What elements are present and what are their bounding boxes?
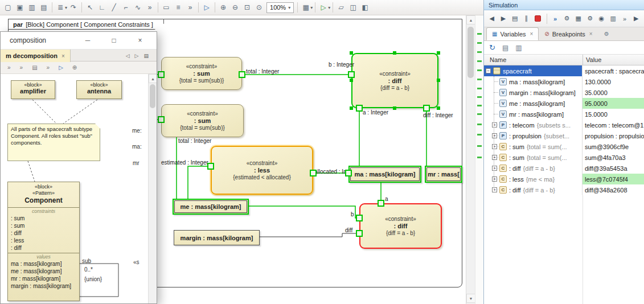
zoom-100-icon[interactable]: ⊙ bbox=[253, 2, 265, 13]
port[interactable] bbox=[158, 71, 165, 78]
constraint-entry[interactable]: : diff bbox=[8, 244, 79, 252]
selection-handle[interactable] bbox=[437, 106, 440, 110]
oblique-path-icon[interactable]: ╱ bbox=[108, 2, 120, 13]
paste-icon[interactable]: ▥ bbox=[26, 2, 38, 13]
overflow-chevron-icon[interactable]: » bbox=[20, 64, 23, 71]
port[interactable] bbox=[356, 215, 363, 221]
tab-variables[interactable]: ▦ Variables × bbox=[486, 27, 539, 40]
previous-tab-icon[interactable]: ◁ bbox=[126, 53, 130, 59]
marker[interactable] bbox=[477, 134, 482, 135]
collapse-toggle[interactable]: − bbox=[486, 68, 491, 73]
marker[interactable] bbox=[477, 79, 482, 80]
validate-icon[interactable]: ▷ bbox=[201, 2, 212, 13]
part-me[interactable]: me : mass[kilogram] bbox=[173, 199, 249, 215]
column-value[interactable]: Value bbox=[586, 56, 601, 63]
part-margin[interactable]: margin : mass[kilogram] bbox=[174, 230, 260, 245]
part-mr[interactable]: mr : mass[ bbox=[425, 166, 462, 183]
overflow-chevron-icon[interactable]: » bbox=[620, 13, 629, 24]
layout-icon[interactable]: ◫ bbox=[347, 2, 359, 13]
constraint-diff-1[interactable]: «constraint» : diff {diff = a - b} bbox=[351, 53, 438, 108]
rectilinear-path-icon[interactable]: ∟ bbox=[96, 2, 108, 13]
variables-table-header[interactable]: Name Value bbox=[484, 55, 644, 65]
selection-handle[interactable] bbox=[350, 51, 353, 55]
selection-handle[interactable] bbox=[437, 51, 440, 55]
marker[interactable] bbox=[477, 113, 482, 115]
decomposition-window[interactable]: composition ─ □ × m decomposition × ◁ ▷ … bbox=[0, 31, 157, 304]
scroll-up-button[interactable]: ▲ bbox=[466, 15, 475, 24]
export-icon[interactable]: ▤ bbox=[502, 44, 508, 52]
overflow-chevron-icon[interactable]: » bbox=[47, 64, 50, 71]
tab-list-icon[interactable]: ▤ bbox=[143, 53, 149, 59]
expand-toggle[interactable]: + bbox=[492, 133, 497, 138]
table-row[interactable]: −spacecraft spacecraft : spacecra... bbox=[484, 65, 644, 76]
block-amplifier[interactable]: «block» amplifier bbox=[11, 80, 55, 99]
marker[interactable] bbox=[477, 42, 482, 44]
part-ma[interactable]: ma : mass[kilogram] bbox=[348, 166, 421, 183]
table-row[interactable]: +C: sum{total = sum(... sum@3906cf9e bbox=[484, 141, 644, 152]
port[interactable] bbox=[356, 105, 363, 112]
table-row[interactable]: Vmargin : mass[kilogram] 35.0000 bbox=[484, 87, 644, 98]
config-gear-icon[interactable]: ⚙ bbox=[585, 13, 594, 24]
list-icon[interactable]: ▤ bbox=[32, 64, 37, 71]
value-entry[interactable]: ma : mass[kilogram] bbox=[8, 260, 79, 268]
value-entry[interactable]: mr : mass[kilogram] bbox=[8, 275, 79, 282]
related-elements-icon[interactable]: ↷ bbox=[68, 2, 79, 13]
tab-console[interactable]: ⚙ bbox=[598, 27, 615, 40]
scroll-down-button[interactable]: ▼ bbox=[466, 294, 475, 303]
ui-mockup-icon[interactable]: ▦ bbox=[573, 13, 583, 24]
table-view-icon[interactable]: ▦ bbox=[300, 2, 311, 13]
diagram-frame-header[interactable]: par [Block] Component [ Component Constr… bbox=[8, 19, 164, 30]
note[interactable]: All parts of the spacecraft subtype Comp… bbox=[7, 124, 100, 161]
port[interactable] bbox=[423, 105, 430, 112]
simulation-title-bar[interactable]: Simulation bbox=[484, 0, 644, 10]
close-icon[interactable]: × bbox=[530, 31, 534, 37]
next-tab-icon[interactable]: ▷ bbox=[135, 53, 139, 59]
column-separator[interactable] bbox=[583, 55, 583, 65]
table-row[interactable]: +C: sum{total = sum(... sum@4fa70a3 bbox=[484, 152, 644, 163]
table-row[interactable]: Vmr : mass[kilogram] 15.0000 bbox=[484, 109, 644, 120]
constraint-entry[interactable]: : sum bbox=[8, 215, 79, 222]
new-document-icon[interactable]: ▢ bbox=[2, 2, 14, 13]
table-row[interactable]: Vme : mass[kilogram] 95.0000 bbox=[484, 98, 644, 109]
port[interactable] bbox=[310, 170, 317, 176]
port[interactable] bbox=[378, 200, 384, 207]
constraint-sum-2[interactable]: «constraint» : sum {total = sum(sub)} bbox=[161, 104, 244, 137]
overflow-chevron-icon[interactable]: » bbox=[184, 2, 196, 13]
windows-icon[interactable]: ◧ bbox=[359, 2, 371, 13]
export-icon[interactable]: ▥ bbox=[608, 13, 618, 24]
expand-toggle[interactable]: + bbox=[492, 176, 497, 182]
animate-icon[interactable]: » bbox=[550, 13, 560, 24]
block-component[interactable]: «block» «Pattern» Component constraints … bbox=[7, 182, 80, 301]
trigger-icon[interactable]: ◉ bbox=[597, 13, 606, 24]
constraint-less[interactable]: «constraint» : less {estimated < allocat… bbox=[211, 146, 313, 195]
zoom-icon[interactable]: ⊕ bbox=[72, 64, 77, 71]
expand-toggle[interactable]: + bbox=[492, 187, 497, 192]
constraint-diff-2[interactable]: «constraint» : diff {diff = a - b} bbox=[359, 203, 442, 249]
zoom-out-icon[interactable]: ⊖ bbox=[229, 2, 241, 13]
stop-icon[interactable] bbox=[533, 13, 543, 24]
table-row[interactable]: +C: less{me < ma} less@7c0745f4 bbox=[484, 174, 644, 184]
port[interactable] bbox=[158, 116, 165, 123]
marker[interactable] bbox=[477, 145, 482, 147]
scroll-up-button[interactable]: ▲ bbox=[149, 74, 157, 83]
selection-handle[interactable] bbox=[350, 79, 353, 82]
block-antenna[interactable]: «block» antenna bbox=[76, 80, 122, 99]
run-icon[interactable]: ▶ bbox=[498, 13, 508, 24]
chevron-down-icon[interactable]: ▾ bbox=[328, 5, 330, 10]
table-row[interactable]: Vma : mass[kilogram] 130.0000 bbox=[484, 76, 644, 87]
close-icon[interactable]: × bbox=[589, 31, 593, 37]
print-icon[interactable]: ▤ bbox=[38, 2, 50, 13]
chevron-down-icon[interactable]: ▾ bbox=[65, 5, 67, 10]
table-row[interactable]: +P: telecom{subsets s... telecom : telec… bbox=[484, 120, 644, 130]
options-gear-icon[interactable]: ⚙ bbox=[562, 13, 572, 24]
scrollbar-thumb[interactable] bbox=[150, 84, 155, 108]
constraint-sum-1[interactable]: «constraint» : sum {total = sum(sub)} bbox=[161, 57, 242, 90]
pause-icon[interactable]: ∥ bbox=[522, 13, 531, 24]
expand-toggle[interactable]: + bbox=[492, 122, 497, 128]
expand-toggle[interactable]: + bbox=[492, 166, 497, 171]
run-icon[interactable]: ▷ bbox=[318, 2, 329, 13]
table-row[interactable]: +C: diff{diff = a - b} diff@39a5453a bbox=[484, 163, 644, 174]
marker[interactable] bbox=[477, 60, 482, 62]
selection-handle[interactable] bbox=[393, 51, 396, 55]
maximize-button[interactable]: □ bbox=[101, 36, 127, 44]
